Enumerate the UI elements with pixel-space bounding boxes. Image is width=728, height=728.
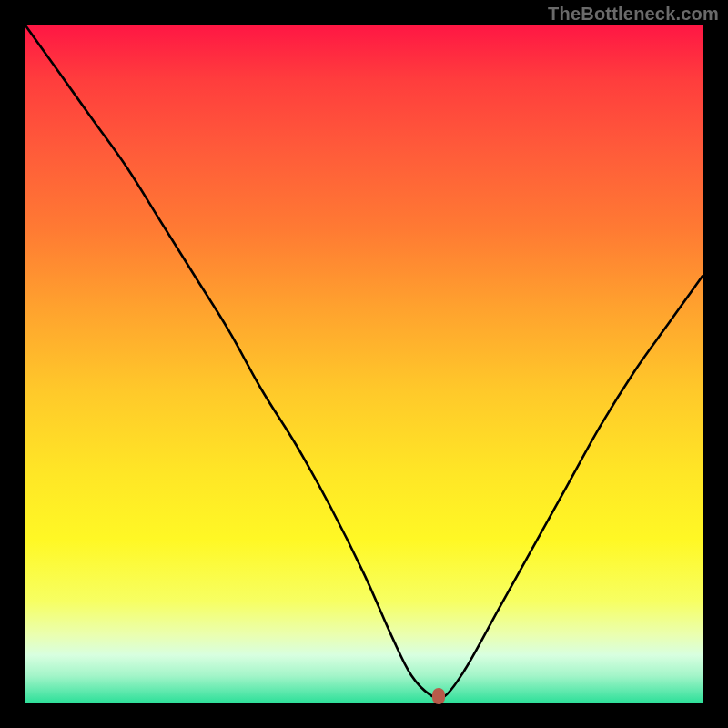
chart-frame: TheBottleneck.com — [0, 0, 728, 728]
optimum-marker — [432, 688, 445, 704]
bottleneck-curve — [25, 25, 703, 703]
plot-area — [25, 25, 703, 703]
watermark-text: TheBottleneck.com — [548, 4, 719, 25]
